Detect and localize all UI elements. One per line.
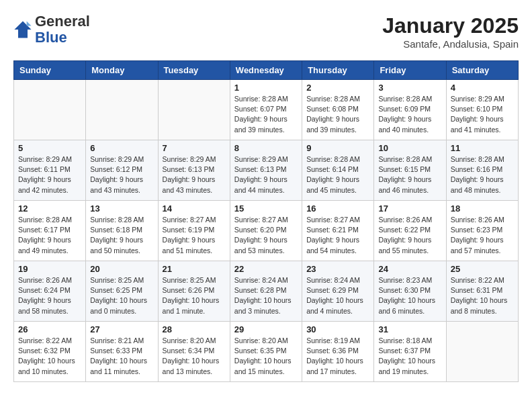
calendar-cell: 16Sunrise: 8:27 AM Sunset: 6:21 PM Dayli… xyxy=(302,201,374,261)
day-number: 31 xyxy=(378,324,441,334)
calendar-cell: 4Sunrise: 8:29 AM Sunset: 6:10 PM Daylig… xyxy=(446,80,518,140)
logo: General Blue xyxy=(13,13,90,46)
calendar-cell: 14Sunrise: 8:27 AM Sunset: 6:19 PM Dayli… xyxy=(158,201,230,261)
calendar-cell xyxy=(14,80,86,140)
day-info: Sunrise: 8:28 AM Sunset: 6:07 PM Dayligh… xyxy=(234,94,298,135)
calendar-cell: 25Sunrise: 8:22 AM Sunset: 6:31 PM Dayli… xyxy=(446,261,518,322)
day-number: 7 xyxy=(163,143,226,153)
logo-icon xyxy=(13,20,32,39)
day-number: 16 xyxy=(306,203,369,214)
calendar-cell: 11Sunrise: 8:28 AM Sunset: 6:16 PM Dayli… xyxy=(446,140,518,201)
calendar-cell: 30Sunrise: 8:19 AM Sunset: 6:36 PM Dayli… xyxy=(302,322,374,382)
day-info: Sunrise: 8:25 AM Sunset: 6:25 PM Dayligh… xyxy=(90,275,153,316)
calendar-cell: 19Sunrise: 8:26 AM Sunset: 6:24 PM Dayli… xyxy=(14,261,86,322)
day-number: 30 xyxy=(306,324,369,334)
header-friday: Friday xyxy=(374,61,446,80)
calendar-cell: 27Sunrise: 8:21 AM Sunset: 6:33 PM Dayli… xyxy=(86,322,158,382)
day-info: Sunrise: 8:21 AM Sunset: 6:33 PM Dayligh… xyxy=(90,336,153,377)
day-number: 21 xyxy=(163,264,226,274)
calendar-table: Sunday Monday Tuesday Wednesday Thursday… xyxy=(13,60,519,382)
day-info: Sunrise: 8:28 AM Sunset: 6:15 PM Dayligh… xyxy=(378,154,441,195)
header-saturday: Saturday xyxy=(446,61,518,80)
day-number: 2 xyxy=(306,83,369,93)
day-number: 28 xyxy=(163,324,226,334)
day-info: Sunrise: 8:22 AM Sunset: 6:31 PM Dayligh… xyxy=(451,275,514,316)
day-number: 19 xyxy=(18,264,81,274)
day-number: 14 xyxy=(163,203,226,214)
day-number: 9 xyxy=(306,143,369,153)
day-number: 27 xyxy=(90,324,153,334)
calendar-cell: 3Sunrise: 8:28 AM Sunset: 6:09 PM Daylig… xyxy=(374,80,446,140)
calendar-cell: 21Sunrise: 8:25 AM Sunset: 6:26 PM Dayli… xyxy=(158,261,230,322)
calendar-cell: 26Sunrise: 8:22 AM Sunset: 6:32 PM Dayli… xyxy=(14,322,86,382)
day-number: 23 xyxy=(306,264,369,274)
day-info: Sunrise: 8:18 AM Sunset: 6:37 PM Dayligh… xyxy=(378,336,441,377)
svg-marker-1 xyxy=(27,21,32,26)
calendar-cell: 15Sunrise: 8:27 AM Sunset: 6:20 PM Dayli… xyxy=(230,201,302,261)
day-number: 26 xyxy=(18,324,81,334)
day-info: Sunrise: 8:26 AM Sunset: 6:24 PM Dayligh… xyxy=(18,275,81,316)
calendar-cell xyxy=(86,80,158,140)
calendar-cell: 6Sunrise: 8:29 AM Sunset: 6:12 PM Daylig… xyxy=(86,140,158,201)
week-row-5: 26Sunrise: 8:22 AM Sunset: 6:32 PM Dayli… xyxy=(14,322,519,382)
day-info: Sunrise: 8:28 AM Sunset: 6:09 PM Dayligh… xyxy=(378,94,441,135)
calendar-cell: 7Sunrise: 8:29 AM Sunset: 6:13 PM Daylig… xyxy=(158,140,230,201)
calendar-cell: 31Sunrise: 8:18 AM Sunset: 6:37 PM Dayli… xyxy=(374,322,446,382)
day-number: 12 xyxy=(18,203,81,214)
calendar-cell: 2Sunrise: 8:28 AM Sunset: 6:08 PM Daylig… xyxy=(302,80,374,140)
day-number: 5 xyxy=(18,143,81,153)
day-info: Sunrise: 8:27 AM Sunset: 6:21 PM Dayligh… xyxy=(306,215,369,256)
day-number: 11 xyxy=(451,143,514,153)
day-info: Sunrise: 8:28 AM Sunset: 6:16 PM Dayligh… xyxy=(451,154,514,195)
day-info: Sunrise: 8:26 AM Sunset: 6:22 PM Dayligh… xyxy=(378,215,441,256)
day-number: 6 xyxy=(90,143,153,153)
day-number: 17 xyxy=(378,203,441,214)
calendar-cell: 29Sunrise: 8:20 AM Sunset: 6:35 PM Dayli… xyxy=(230,322,302,382)
day-info: Sunrise: 8:29 AM Sunset: 6:11 PM Dayligh… xyxy=(18,154,81,195)
title-area: January 2025 Santafe, Andalusia, Spain xyxy=(382,13,519,50)
day-info: Sunrise: 8:27 AM Sunset: 6:19 PM Dayligh… xyxy=(163,215,226,256)
day-info: Sunrise: 8:28 AM Sunset: 6:18 PM Dayligh… xyxy=(90,215,153,256)
day-info: Sunrise: 8:29 AM Sunset: 6:10 PM Dayligh… xyxy=(451,94,514,135)
week-row-3: 12Sunrise: 8:28 AM Sunset: 6:17 PM Dayli… xyxy=(14,201,519,261)
week-row-2: 5Sunrise: 8:29 AM Sunset: 6:11 PM Daylig… xyxy=(14,140,519,201)
day-info: Sunrise: 8:24 AM Sunset: 6:29 PM Dayligh… xyxy=(306,275,369,316)
calendar-cell xyxy=(158,80,230,140)
location: Santafe, Andalusia, Spain xyxy=(382,38,519,50)
day-info: Sunrise: 8:23 AM Sunset: 6:30 PM Dayligh… xyxy=(378,275,441,316)
header-sunday: Sunday xyxy=(14,61,86,80)
calendar-cell: 1Sunrise: 8:28 AM Sunset: 6:07 PM Daylig… xyxy=(230,80,302,140)
day-info: Sunrise: 8:29 AM Sunset: 6:13 PM Dayligh… xyxy=(234,154,298,195)
day-info: Sunrise: 8:28 AM Sunset: 6:08 PM Dayligh… xyxy=(306,94,369,135)
calendar-cell: 5Sunrise: 8:29 AM Sunset: 6:11 PM Daylig… xyxy=(14,140,86,201)
calendar-cell: 9Sunrise: 8:28 AM Sunset: 6:14 PM Daylig… xyxy=(302,140,374,201)
calendar-cell: 24Sunrise: 8:23 AM Sunset: 6:30 PM Dayli… xyxy=(374,261,446,322)
day-info: Sunrise: 8:28 AM Sunset: 6:14 PM Dayligh… xyxy=(306,154,369,195)
header-wednesday: Wednesday xyxy=(230,61,302,80)
day-info: Sunrise: 8:20 AM Sunset: 6:35 PM Dayligh… xyxy=(234,336,298,377)
calendar-cell: 17Sunrise: 8:26 AM Sunset: 6:22 PM Dayli… xyxy=(374,201,446,261)
day-number: 22 xyxy=(234,264,298,274)
day-number: 15 xyxy=(234,203,298,214)
day-info: Sunrise: 8:24 AM Sunset: 6:28 PM Dayligh… xyxy=(234,275,298,316)
day-number: 4 xyxy=(451,83,514,93)
header-monday: Monday xyxy=(86,61,158,80)
calendar-cell: 20Sunrise: 8:25 AM Sunset: 6:25 PM Dayli… xyxy=(86,261,158,322)
page-header: General Blue January 2025 Santafe, Andal… xyxy=(13,13,519,50)
day-info: Sunrise: 8:19 AM Sunset: 6:36 PM Dayligh… xyxy=(306,336,369,377)
day-info: Sunrise: 8:29 AM Sunset: 6:13 PM Dayligh… xyxy=(163,154,226,195)
calendar-cell: 12Sunrise: 8:28 AM Sunset: 6:17 PM Dayli… xyxy=(14,201,86,261)
day-number: 10 xyxy=(378,143,441,153)
calendar-cell: 18Sunrise: 8:26 AM Sunset: 6:23 PM Dayli… xyxy=(446,201,518,261)
day-info: Sunrise: 8:28 AM Sunset: 6:17 PM Dayligh… xyxy=(18,215,81,256)
day-info: Sunrise: 8:22 AM Sunset: 6:32 PM Dayligh… xyxy=(18,336,81,377)
day-number: 25 xyxy=(451,264,514,274)
day-number: 18 xyxy=(451,203,514,214)
calendar-cell: 10Sunrise: 8:28 AM Sunset: 6:15 PM Dayli… xyxy=(374,140,446,201)
day-number: 13 xyxy=(90,203,153,214)
day-number: 29 xyxy=(234,324,298,334)
month-year: January 2025 xyxy=(382,13,519,38)
day-number: 1 xyxy=(234,83,298,93)
day-number: 20 xyxy=(90,264,153,274)
day-info: Sunrise: 8:20 AM Sunset: 6:34 PM Dayligh… xyxy=(163,336,226,377)
